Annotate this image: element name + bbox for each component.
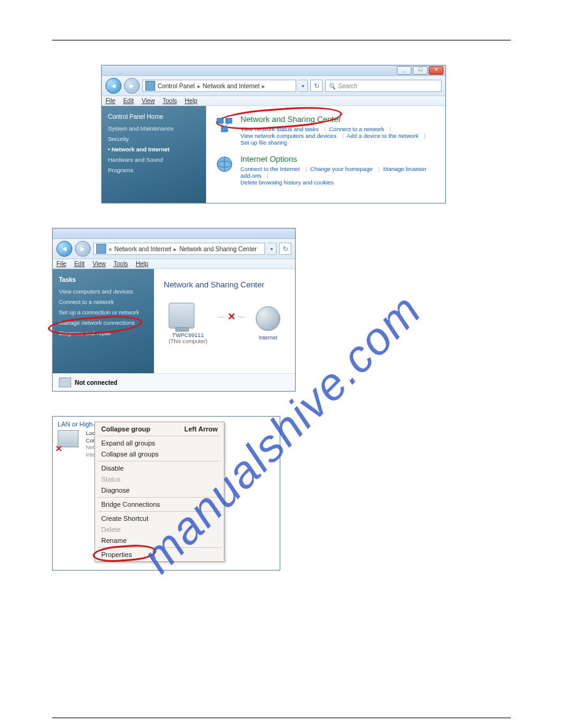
main-pane: Network and Sharing Center TWPC99111 (Th… xyxy=(154,269,295,373)
minimize-button[interactable]: _ xyxy=(397,66,412,75)
link-connect-internet[interactable]: Connect to the Internet xyxy=(240,165,300,172)
link-add-device[interactable]: Add a device to the network xyxy=(347,132,418,139)
menu-help[interactable]: Help xyxy=(185,97,197,104)
back-button[interactable]: ◄ xyxy=(105,78,121,94)
location-icon xyxy=(96,244,106,254)
svg-rect-1 xyxy=(226,118,232,123)
breadcrumb-prefix: « xyxy=(109,246,112,252)
internet-label: Internet xyxy=(256,335,280,341)
menu-collapse-all[interactable]: Collapse all groups xyxy=(95,449,224,460)
section-title-network-sharing[interactable]: Network and Sharing Center xyxy=(240,115,437,124)
forward-button[interactable]: ► xyxy=(124,78,140,94)
breadcrumb-separator: ▸ xyxy=(197,83,201,89)
address-dropdown[interactable]: ▼ xyxy=(267,243,277,255)
link-delete-history[interactable]: Delete browsing history and cookies xyxy=(240,179,334,186)
menu-view[interactable]: View xyxy=(93,260,106,267)
network-map: TWPC99111 (This computer) — ✕ — Internet xyxy=(164,303,285,344)
context-menu: Collapse group Left Arrow Expand all gro… xyxy=(94,422,224,562)
link-file-sharing[interactable]: Set up file sharing xyxy=(240,139,287,146)
svg-rect-0 xyxy=(217,118,223,123)
internet-icon xyxy=(256,306,280,331)
menu-disable[interactable]: Disable xyxy=(95,463,224,474)
menu-bar: File Edit View Tools Help xyxy=(102,96,445,106)
forward-button[interactable]: ► xyxy=(75,241,91,257)
sidebar-heading: Tasks xyxy=(59,276,148,283)
svg-rect-2 xyxy=(221,127,228,132)
window-control-panel: _ ☐ ✕ ◄ ► Control Panel ▸ Network and In… xyxy=(101,65,446,203)
title-bar: _ ☐ ✕ xyxy=(102,66,445,76)
sidebar-item-security[interactable]: Security xyxy=(108,135,200,142)
menu-tools[interactable]: Tools xyxy=(113,260,128,267)
menu-rename[interactable]: Rename xyxy=(95,535,224,546)
main-pane: Network and Sharing Center View network … xyxy=(206,106,445,203)
back-button[interactable]: ◄ xyxy=(56,241,72,257)
menu-delete: Delete xyxy=(95,524,224,535)
maximize-button[interactable]: ☐ xyxy=(413,66,427,75)
breadcrumb-item[interactable]: Control Panel xyxy=(158,83,195,89)
breadcrumb-item[interactable]: Network and Sharing Center xyxy=(179,246,256,252)
nav-toolbar: ◄ ► Control Panel ▸ Network and Internet… xyxy=(102,76,445,96)
error-icon: ✕ xyxy=(55,444,63,453)
location-icon xyxy=(145,81,155,91)
menu-collapse-group[interactable]: Collapse group Left Arrow xyxy=(95,423,224,434)
refresh-button[interactable]: ↻ xyxy=(310,80,323,92)
sidebar-home[interactable]: Control Panel Home xyxy=(108,113,200,120)
sidebar-item-hardware[interactable]: Hardware and Sound xyxy=(108,156,200,163)
breadcrumb-item[interactable]: Network and Internet xyxy=(203,83,260,89)
menu-bridge[interactable]: Bridge Connections xyxy=(95,499,224,510)
computer-icon xyxy=(169,303,194,328)
link-view-status[interactable]: View network status and tasks xyxy=(240,126,319,132)
svg-line-3 xyxy=(220,123,224,127)
shortcut-label: Left Arrow xyxy=(184,425,218,433)
sidebar-item-connect[interactable]: Connect to a network xyxy=(59,298,148,305)
sidebar-item-system[interactable]: System and Maintenance xyxy=(108,125,200,132)
svg-line-4 xyxy=(224,123,229,127)
search-input[interactable]: 🔍 Search xyxy=(325,80,442,92)
menu-view[interactable]: View xyxy=(142,97,155,104)
link-connect-network[interactable]: Connect to a network xyxy=(329,126,385,132)
menu-file[interactable]: File xyxy=(56,260,66,267)
address-dropdown[interactable]: ▼ xyxy=(299,80,308,92)
window-network-sharing-center: ◄ ► « Network and Internet ▸ Network and… xyxy=(52,228,296,392)
menu-diagnose[interactable]: Diagnose xyxy=(95,485,224,496)
menu-help[interactable]: Help xyxy=(136,260,148,267)
sidebar-nav: Control Panel Home System and Maintenanc… xyxy=(102,106,206,203)
menu-file[interactable]: File xyxy=(105,97,115,104)
section-links: Connect to the Internet| Change your hom… xyxy=(240,165,437,179)
menu-edit[interactable]: Edit xyxy=(74,260,85,267)
menu-properties[interactable]: Properties xyxy=(95,549,224,560)
sidebar-item-manage-connections[interactable]: Manage network connections xyxy=(59,319,148,326)
computer-name: TWPC99111 xyxy=(169,332,207,338)
menu-edit[interactable]: Edit xyxy=(123,97,134,104)
breadcrumb-item[interactable]: Network and Internet xyxy=(115,246,172,252)
not-connected-label: Not connected xyxy=(75,379,117,386)
menu-bar: File Edit View Tools Help xyxy=(53,259,295,269)
title-bar xyxy=(53,229,295,239)
nav-toolbar: ◄ ► « Network and Internet ▸ Network and… xyxy=(53,239,295,259)
sidebar-item-setup-connection[interactable]: Set up a connection or network xyxy=(59,309,148,316)
disconnected-icon: ✕ xyxy=(228,311,236,322)
link-view-computers[interactable]: View network computers and devices xyxy=(240,132,337,139)
menu-status: Status xyxy=(95,474,224,485)
sidebar-item-programs[interactable]: Programs xyxy=(108,167,200,173)
sidebar-item-view-computers[interactable]: View computers and devices xyxy=(59,288,148,295)
section-links: View network computers and devices| Add … xyxy=(240,132,437,146)
computer-small-icon xyxy=(59,377,71,387)
address-bar[interactable]: « Network and Internet ▸ Network and Sha… xyxy=(93,243,265,255)
internet-options-icon xyxy=(215,154,234,174)
sidebar-item-diagnose[interactable]: Diagnose and repair xyxy=(59,330,148,336)
menu-expand-all[interactable]: Expand all groups xyxy=(95,438,224,449)
sidebar-item-network[interactable]: Network and Internet xyxy=(108,146,200,153)
page-title: Network and Sharing Center xyxy=(164,280,285,289)
address-bar[interactable]: Control Panel ▸ Network and Internet ▸ xyxy=(142,80,296,92)
section-links: View network status and tasks| Connect t… xyxy=(240,126,437,132)
link-change-homepage[interactable]: Change your homepage xyxy=(310,165,373,172)
menu-tools[interactable]: Tools xyxy=(163,97,177,104)
breadcrumb-separator: ▸ xyxy=(262,83,265,89)
section-title-internet-options[interactable]: Internet Options xyxy=(240,154,437,164)
close-button[interactable]: ✕ xyxy=(429,66,443,75)
refresh-button[interactable]: ↻ xyxy=(279,243,291,255)
status-bar: Not connected xyxy=(53,373,295,391)
menu-create-shortcut[interactable]: Create Shortcut xyxy=(95,513,224,524)
sidebar-tasks: Tasks View computers and devices Connect… xyxy=(53,269,154,373)
